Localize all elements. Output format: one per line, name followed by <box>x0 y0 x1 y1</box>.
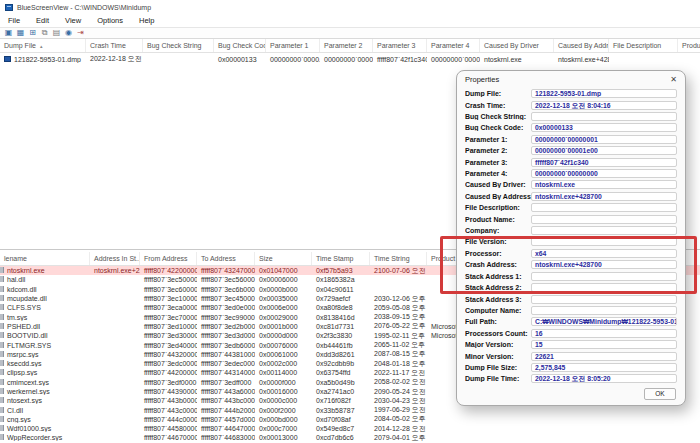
field-value[interactable]: 0x00000133 <box>531 123 677 132</box>
table-row[interactable]: Wdf01000.sysfffff807`44580000fffff807`44… <box>0 424 700 433</box>
column-header[interactable]: To Address <box>197 252 255 265</box>
table-cell: fffff807`443c0000 <box>140 407 197 414</box>
cell-text: 0x00016000 <box>259 388 298 395</box>
column-header-label: From Address <box>144 255 188 262</box>
property-row: Caused By Driver:ntoskrnl.exe <box>457 179 685 190</box>
cell-text: 0x1865382a <box>316 276 355 283</box>
driver-file-icon <box>0 379 4 385</box>
table-cell: fffff807`443a6000 <box>197 388 255 395</box>
field-value[interactable]: 22621 <box>531 352 677 361</box>
cell-text: 2022-12-18 오전 ... <box>90 55 143 62</box>
column-header[interactable]: Size <box>255 252 312 265</box>
table-cell: 0xc81d7731 <box>312 323 370 330</box>
field-value[interactable]: 121822-5953-01.dmp <box>531 89 677 98</box>
menu-options[interactable]: Options <box>89 16 131 25</box>
column-header[interactable]: Parameter 3 <box>373 39 427 52</box>
column-header[interactable]: Product Name <box>678 39 700 52</box>
table-cell: 0x729aefcf <box>312 295 370 302</box>
field-value[interactable] <box>531 215 677 224</box>
column-header[interactable]: Bug Check String <box>143 39 214 52</box>
column-header[interactable]: File Description <box>609 39 678 52</box>
cell-text: 0x729aefcf <box>316 295 350 302</box>
column-header[interactable]: Parameter 2 <box>320 39 373 52</box>
column-header[interactable]: From Address <box>140 252 197 265</box>
column-header[interactable]: lename <box>0 252 90 265</box>
field-value[interactable]: x64 <box>531 249 677 258</box>
properties-icon[interactable]: ▤ <box>51 28 62 38</box>
field-value[interactable]: 2022-12-18 오전 8:05:20 <box>531 374 677 383</box>
column-header[interactable]: Crash Time <box>86 39 143 52</box>
menu-view[interactable]: View <box>57 16 89 25</box>
ok-button[interactable]: OK <box>644 388 676 400</box>
field-value[interactable]: ntoskrnl.exe+428700 <box>531 192 677 201</box>
field-label: Parameter 2: <box>465 147 531 154</box>
table-row[interactable]: cng.sysfffff807`444c0000fffff807`4457d00… <box>0 415 700 424</box>
cell-text: fffff807`3eca0000 <box>144 304 197 311</box>
field-value[interactable]: 00000000`00000001 <box>531 135 677 144</box>
field-value[interactable]: C:₩WINDOWS₩Minidump₩121822-5953-01.dmp <box>531 317 677 326</box>
field-value[interactable]: 16 <box>531 329 677 338</box>
field-value[interactable]: 15 <box>531 340 677 349</box>
table-row[interactable]: 121822-5953-01.dmp2022-12-18 오전 ...0x000… <box>0 53 700 65</box>
field-value[interactable] <box>531 112 677 121</box>
menu-edit[interactable]: Edit <box>28 16 57 25</box>
column-header[interactable]: Dump File▴ <box>0 39 86 52</box>
field-value[interactable] <box>531 237 677 246</box>
column-header-label: File Description <box>613 42 661 49</box>
column-header[interactable]: Address In St...▴ <box>90 252 140 265</box>
property-row: Bug Check Code:0x00000133 <box>457 122 685 133</box>
field-value[interactable] <box>531 272 677 281</box>
field-value[interactable]: 00000000`00001e00 <box>531 146 677 155</box>
table-cell: msrpc.sys <box>0 351 90 358</box>
table-cell: fffff807`44647000 <box>197 425 255 432</box>
cell-text: fffff807`3ed10000 <box>144 323 197 330</box>
driver-file-icon <box>0 342 4 348</box>
column-header[interactable]: Time String <box>370 252 427 265</box>
field-value[interactable]: ntoskrnl.exe <box>531 180 677 189</box>
column-header[interactable]: Caused By Address <box>554 39 609 52</box>
property-row: Minor Version:22621 <box>457 350 685 361</box>
exit-icon[interactable]: ⇥ <box>75 28 86 38</box>
table-cell: fffff807`3ec45000 <box>197 295 255 302</box>
cell-text: 2084-05-02 오후 ... <box>374 415 427 422</box>
column-header[interactable]: Caused By Driver <box>480 39 554 52</box>
table-cell: 0x0006e000 <box>255 304 312 311</box>
copy-icon[interactable]: ⧉ <box>39 28 50 38</box>
table-cell: fffff807`44670000 <box>140 434 197 441</box>
field-value[interactable] <box>531 283 677 292</box>
add-report-icon[interactable]: ⊞ <box>27 28 38 38</box>
cell-text: 2059-05-08 오후 ... <box>374 304 427 311</box>
column-header[interactable]: Parameter 1 <box>266 39 320 52</box>
field-value[interactable]: 00000000`00000000 <box>531 169 677 178</box>
field-value[interactable] <box>531 226 677 235</box>
column-header-label: Bug Check Code <box>218 42 266 49</box>
close-icon[interactable]: ✕ <box>670 75 677 84</box>
field-label: Processor: <box>465 250 531 257</box>
field-value[interactable]: 2022-12-18 오전 8:04:16 <box>531 101 677 110</box>
table-cell: fffff807`44580000 <box>140 425 197 432</box>
find-icon[interactable]: ◉ <box>63 28 74 38</box>
column-header[interactable]: Time Stamp <box>312 252 370 265</box>
field-value[interactable] <box>531 203 677 212</box>
table-cell: 0x00061000 <box>255 351 312 358</box>
field-value[interactable]: fffff807`42f1c340 <box>531 158 677 167</box>
menu-help[interactable]: Help <box>131 16 162 25</box>
column-header[interactable]: Parameter 4 <box>427 39 480 52</box>
save-icon[interactable]: ▦ <box>15 28 26 38</box>
menu-file[interactable]: File <box>0 16 28 25</box>
monitor-icon[interactable]: ▣ <box>3 28 14 38</box>
field-value[interactable] <box>531 295 677 304</box>
column-header[interactable]: Bug Check Code <box>214 39 266 52</box>
field-label: File Description: <box>465 204 531 211</box>
table-row[interactable]: CI.dllfffff807`443c0000fffff807`444b2000… <box>0 405 700 414</box>
field-value[interactable] <box>531 306 677 315</box>
property-row: Dump File Size:2,575,845 <box>457 362 685 373</box>
cell-text: hal.dll <box>7 276 25 283</box>
field-value[interactable]: ntoskrnl.exe+428700 <box>531 260 677 269</box>
property-row: Bug Check String: <box>457 111 685 122</box>
table-row[interactable]: WppRecorder.sysfffff807`44670000fffff807… <box>0 433 700 442</box>
table-cell: WppRecorder.sys <box>0 434 90 441</box>
cell-text: fffff807`42f1c340 <box>377 56 427 63</box>
field-value[interactable]: 2,575,845 <box>531 363 677 372</box>
cell-text: 2100-07-06 오전 ... <box>374 267 427 274</box>
